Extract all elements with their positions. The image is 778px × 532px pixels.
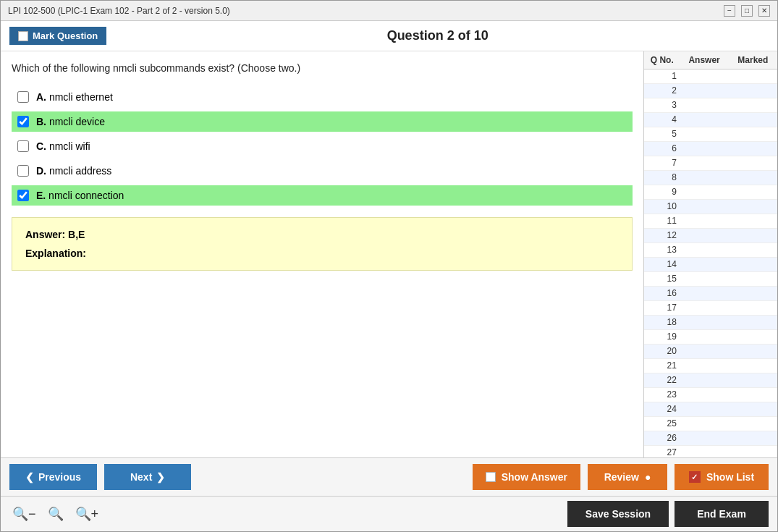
checkbox-e[interactable] (17, 190, 29, 201)
mark-question-button[interactable]: ✓ Mark Question (9, 27, 106, 45)
maximize-button[interactable]: □ (741, 5, 753, 17)
q-answer (681, 113, 730, 127)
q-answer (681, 258, 730, 271)
review-dot: ● (645, 471, 651, 483)
zoom-normal-button[interactable]: 🔍 (45, 504, 67, 523)
minimize-button[interactable]: − (724, 5, 735, 17)
table-row[interactable]: 5 (644, 127, 777, 142)
zoom-out-button[interactable]: 🔍− (9, 504, 39, 523)
next-button[interactable]: Next (104, 464, 191, 490)
zoom-in-button[interactable]: 🔍+ (72, 504, 102, 523)
option-a[interactable]: A. nmcli ethernet (12, 87, 633, 107)
question-title: Question 2 of 10 (106, 28, 769, 43)
table-row[interactable]: 17 (644, 301, 777, 316)
toolbar: ✓ Mark Question Question 2 of 10 (1, 21, 777, 51)
bottom-bar-2: 🔍− 🔍 🔍+ Save Session End Exam (1, 496, 777, 531)
end-exam-button[interactable]: End Exam (675, 501, 769, 527)
previous-label: Previous (38, 471, 81, 483)
bottom-bar-nav: Previous Next Show Answer Review ● ✓ Sho… (1, 457, 777, 496)
option-e[interactable]: E. nmcli connection (12, 185, 633, 206)
checkbox-b[interactable] (17, 116, 29, 127)
table-row[interactable]: 25 (644, 417, 777, 431)
q-marked (729, 229, 777, 242)
previous-button[interactable]: Previous (9, 464, 97, 490)
table-row[interactable]: 23 (644, 388, 777, 402)
option-d[interactable]: D. nmcli address (12, 161, 633, 181)
q-number: 26 (644, 431, 681, 445)
q-answer (681, 359, 730, 373)
table-row[interactable]: 11 (644, 214, 777, 229)
table-row[interactable]: 12 (644, 229, 777, 243)
table-row[interactable]: 9 (644, 185, 777, 200)
option-a-label: A. nmcli ethernet (36, 91, 113, 103)
show-list-button[interactable]: ✓ Show List (675, 464, 769, 490)
table-row[interactable]: 4 (644, 113, 777, 127)
table-row[interactable]: 3 (644, 98, 777, 113)
option-c[interactable]: C. nmcli wifi (12, 136, 633, 156)
table-row[interactable]: 19 (644, 330, 777, 345)
q-number: 16 (644, 287, 681, 300)
q-answer (681, 373, 730, 387)
close-button[interactable]: ✕ (758, 5, 770, 17)
q-number: 4 (644, 113, 681, 127)
q-number: 25 (644, 417, 681, 431)
table-row[interactable]: 24 (644, 402, 777, 417)
table-row[interactable]: 13 (644, 243, 777, 258)
answer-header: Answer (680, 51, 728, 69)
q-marked (729, 243, 777, 257)
checkbox-a[interactable] (17, 91, 29, 103)
table-row[interactable]: 26 (644, 431, 777, 446)
q-marked (729, 301, 777, 315)
q-answer (681, 345, 730, 358)
q-number: 10 (644, 200, 681, 214)
table-row[interactable]: 20 (644, 345, 777, 359)
save-session-button[interactable]: Save Session (567, 501, 669, 527)
question-list[interactable]: 1 2 3 4 5 6 7 8 (644, 69, 777, 457)
review-button[interactable]: Review ● (588, 464, 667, 490)
q-marked (729, 98, 777, 112)
show-answer-button[interactable]: Show Answer (473, 464, 580, 490)
q-answer (681, 200, 730, 214)
chevron-right-icon (156, 471, 165, 483)
side-panel-header: Q No. Answer Marked (644, 51, 777, 69)
q-number: 18 (644, 316, 681, 329)
table-row[interactable]: 18 (644, 316, 777, 330)
table-row[interactable]: 1 (644, 69, 777, 84)
table-row[interactable]: 21 (644, 359, 777, 373)
table-row[interactable]: 16 (644, 287, 777, 301)
next-label: Next (130, 471, 152, 483)
q-answer (681, 402, 730, 416)
q-answer (681, 142, 730, 156)
q-marked (729, 402, 777, 416)
table-row[interactable]: 27 (644, 446, 777, 457)
q-marked (729, 200, 777, 214)
table-row[interactable]: 22 (644, 373, 777, 388)
q-marked (729, 69, 777, 83)
q-answer (681, 171, 730, 185)
option-b[interactable]: B. nmcli device (12, 111, 633, 132)
option-e-label: E. nmcli connection (36, 190, 124, 201)
q-marked (729, 258, 777, 271)
chevron-left-icon (25, 471, 34, 483)
table-row[interactable]: 14 (644, 258, 777, 272)
q-number: 8 (644, 171, 681, 185)
q-answer (681, 243, 730, 257)
content-area: Which of the following nmcli subcommands… (1, 51, 777, 457)
q-answer (681, 446, 730, 457)
checkbox-c[interactable] (17, 140, 29, 152)
marked-header: Marked (729, 51, 777, 69)
option-c-label: C. nmcli wifi (36, 140, 90, 152)
window-title: LPI 102-500 (LPIC-1 Exam 102 - Part 2 of… (8, 6, 230, 16)
table-row[interactable]: 6 (644, 142, 777, 156)
table-row[interactable]: 8 (644, 171, 777, 185)
q-answer (681, 214, 730, 228)
checkbox-d[interactable] (17, 165, 29, 177)
table-row[interactable]: 10 (644, 200, 777, 214)
show-answer-icon (486, 472, 496, 482)
q-answer (681, 287, 730, 300)
table-row[interactable]: 15 (644, 272, 777, 287)
table-row[interactable]: 7 (644, 156, 777, 171)
explanation-line: Explanation: (25, 248, 619, 259)
table-row[interactable]: 2 (644, 84, 777, 98)
show-list-check-icon: ✓ (689, 471, 701, 483)
